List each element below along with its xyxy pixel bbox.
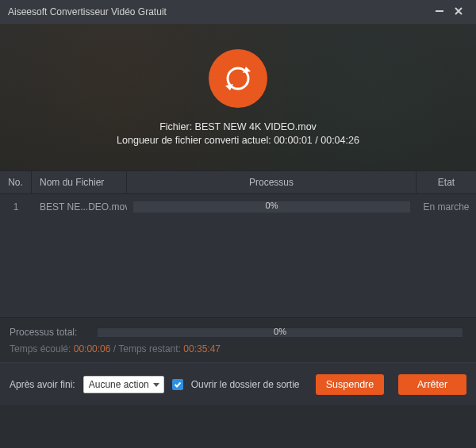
stop-button[interactable]: Arrêter (398, 374, 466, 395)
totals-panel: Processus total: 0% Temps écoulé: 00:00:… (0, 317, 476, 362)
cell-no: 1 (0, 194, 32, 220)
cell-stat: En marche (416, 194, 476, 220)
total-progress-row: Processus total: 0% (10, 323, 466, 342)
elapsed-value: 00:00:06 (74, 343, 111, 354)
length-elapsed: 00:00:01 (274, 135, 313, 146)
col-header-name: Nom du Fichier (32, 170, 127, 194)
cell-proc: 0% (127, 194, 416, 220)
total-progress-bar: 0% (97, 327, 463, 338)
minimize-button[interactable] (430, 6, 449, 18)
col-header-stat: Etat (416, 170, 476, 194)
app-window: Aiseesoft Convertisseur Vidéo Gratuit Fi… (0, 0, 476, 448)
after-finish-select[interactable]: Aucune action (83, 376, 164, 393)
window-title: Aiseesoft Convertisseur Vidéo Gratuit (8, 6, 430, 17)
file-name: BEST NEW 4K VIDEO.mov (195, 121, 317, 132)
col-header-proc: Processus (127, 170, 416, 194)
row-progress-pct: 0% (133, 201, 410, 210)
open-folder-checkbox[interactable] (172, 379, 183, 390)
total-progress-pct: 0% (98, 327, 463, 336)
table-body[interactable]: 1 BEST NE...DEO.mov 0% En marche (0, 194, 476, 317)
cell-name: BEST NE...DEO.mov (32, 194, 127, 220)
length-line: Longueur de fichier converti actuel: 00:… (117, 135, 359, 146)
svg-rect-0 (436, 10, 443, 12)
col-header-no: No. (0, 170, 32, 194)
close-button[interactable] (449, 6, 468, 18)
after-finish-value: Aucune action (89, 379, 149, 390)
length-total: 00:04:26 (321, 135, 359, 146)
time-row: Temps écoulé: 00:00:06 / Temps restant: … (10, 342, 466, 359)
close-icon (454, 6, 463, 16)
open-folder-label[interactable]: Ouvrir le dossier de sortie (191, 379, 300, 390)
after-finish-label: Après avoir fini: (10, 379, 75, 390)
file-label: Fichier: (159, 121, 192, 132)
total-progress-label: Processus total: (10, 327, 97, 338)
titlebar[interactable]: Aiseesoft Convertisseur Vidéo Gratuit (0, 0, 476, 24)
current-file-line: Fichier: BEST NEW 4K VIDEO.mov (159, 121, 317, 132)
table-row[interactable]: 1 BEST NE...DEO.mov 0% En marche (0, 194, 476, 220)
refresh-icon (222, 63, 254, 94)
length-label: Longueur de fichier converti actuel: (117, 135, 271, 146)
remaining-value: 00:35:47 (183, 343, 221, 354)
row-progress-bar: 0% (133, 201, 410, 213)
convert-status-badge (209, 49, 267, 108)
footer-bar: Après avoir fini: Aucune action Ouvrir l… (0, 362, 476, 405)
check-icon (174, 381, 182, 389)
remaining-label: Temps restant: (118, 343, 181, 354)
table-header: No. Nom du Fichier Processus Etat (0, 170, 476, 194)
suspend-button[interactable]: Suspendre (316, 374, 384, 395)
elapsed-label: Temps écoulé: (10, 343, 71, 354)
minimize-icon (435, 6, 444, 16)
hero-panel: Fichier: BEST NEW 4K VIDEO.mov Longueur … (0, 24, 476, 170)
